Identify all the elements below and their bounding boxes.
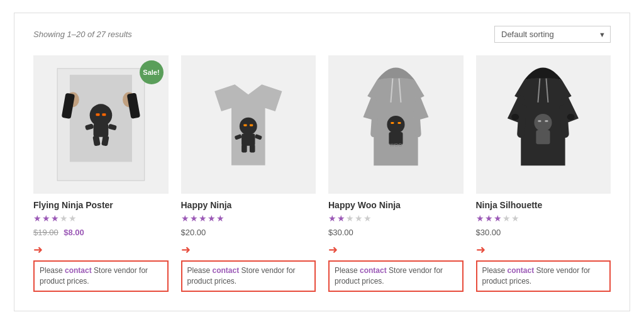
- svg-point-15: [240, 117, 257, 135]
- product-card-2: Happy Ninja ★ ★ ★ ★ ★ $20.00 ➜ Please co…: [181, 55, 316, 292]
- svg-point-32: [535, 114, 552, 131]
- contact-pre-4: Please: [482, 266, 508, 275]
- star-3-1: ★: [328, 213, 336, 223]
- star-1-4: ★: [60, 213, 68, 223]
- product-image-1[interactable]: Sale!: [33, 55, 169, 194]
- star-1-5: ★: [69, 213, 77, 223]
- sort-wrapper: Default sorting Sort by popularity Sort …: [494, 26, 611, 43]
- product-card-4: Ninja Silhouette ★ ★ ★ ★ ★ $30.00 ➜ Plea…: [476, 55, 611, 292]
- product-title-3[interactable]: Happy Woo Ninja: [328, 200, 464, 210]
- star-3-3: ★: [346, 213, 354, 223]
- svg-rect-18: [250, 124, 253, 126]
- price-wrapper-2: $20.00: [181, 226, 316, 238]
- star-4-3: ★: [494, 213, 502, 223]
- arrow-icon-2: ➜: [181, 243, 191, 257]
- star-3-5: ★: [364, 213, 372, 223]
- svg-rect-34: [538, 120, 541, 122]
- svg-rect-35: [545, 120, 548, 122]
- arrow-icon-3: ➜: [328, 243, 338, 257]
- contact-link-4[interactable]: contact: [508, 266, 535, 275]
- arrow-icon-4: ➜: [476, 243, 486, 257]
- product-info-2: Happy Ninja ★ ★ ★ ★ ★ $20.00 ➜ Please co…: [181, 200, 316, 292]
- product-card-1: Sale!: [33, 55, 169, 292]
- star-1-1: ★: [33, 213, 42, 223]
- price-regular-2: $20.00: [181, 228, 206, 237]
- svg-rect-33: [536, 130, 550, 144]
- price-wrapper-4: $30.00: [476, 226, 611, 238]
- stars-3: ★ ★ ★ ★ ★: [328, 213, 464, 223]
- product-image-svg-2: [194, 66, 303, 184]
- contact-link-2[interactable]: contact: [213, 266, 240, 275]
- svg-point-25: [387, 116, 404, 133]
- product-info-3: Happy Woo Ninja ★ ★ ★ ★ ★ $30.00 ➜ Pleas…: [328, 200, 464, 292]
- star-2-3: ★: [199, 213, 207, 223]
- product-image-2[interactable]: [181, 55, 316, 194]
- svg-rect-22: [250, 144, 255, 152]
- price-regular-3: $30.00: [328, 228, 353, 237]
- svg-rect-16: [242, 133, 255, 145]
- product-image-3[interactable]: WOO: [328, 55, 464, 194]
- product-title-1[interactable]: Flying Ninja Poster: [33, 200, 169, 210]
- price-wrapper-3: $30.00: [328, 226, 464, 238]
- svg-rect-21: [242, 144, 247, 152]
- price-regular-4: $30.00: [476, 228, 501, 237]
- product-card-3: WOO Happy Woo Ninja ★ ★ ★ ★ ★ $30.00 ➜: [328, 55, 464, 292]
- product-info-4: Ninja Silhouette ★ ★ ★ ★ ★ $30.00 ➜ Plea…: [476, 200, 611, 292]
- star-1-3: ★: [51, 213, 59, 223]
- contact-link-3[interactable]: contact: [360, 266, 387, 275]
- star-4-5: ★: [511, 213, 519, 223]
- product-image-svg-3: WOO: [345, 62, 447, 187]
- product-image-4[interactable]: [476, 55, 611, 194]
- star-2-5: ★: [216, 213, 225, 223]
- star-2-4: ★: [208, 213, 216, 223]
- star-3-2: ★: [337, 213, 345, 223]
- svg-point-36: [511, 114, 519, 120]
- svg-rect-5: [102, 113, 106, 116]
- results-count: Showing 1–20 of 27 results: [33, 30, 132, 39]
- svg-point-37: [567, 114, 575, 120]
- price-original-1: $19.00: [33, 228, 58, 237]
- stars-4: ★ ★ ★ ★ ★: [476, 213, 611, 223]
- svg-rect-4: [96, 113, 99, 116]
- stars-2: ★ ★ ★ ★ ★: [181, 213, 316, 223]
- star-4-2: ★: [485, 213, 493, 223]
- product-title-4[interactable]: Ninja Silhouette: [476, 200, 611, 210]
- contact-box-4: Please contact Store vendor for product …: [476, 260, 611, 292]
- contact-link-1[interactable]: contact: [65, 266, 92, 275]
- contact-box-2: Please contact Store vendor for product …: [181, 260, 316, 292]
- star-1-2: ★: [42, 213, 50, 223]
- product-image-svg-4: [492, 62, 594, 187]
- star-4-1: ★: [476, 213, 484, 223]
- arrow-icon-1: ➜: [33, 243, 43, 257]
- star-2-2: ★: [190, 213, 198, 223]
- contact-pre-1: Please: [40, 266, 65, 275]
- contact-box-3: Please contact Store vendor for product …: [328, 260, 464, 292]
- svg-text:WOO: WOO: [389, 142, 402, 148]
- sale-badge-1: Sale!: [140, 60, 164, 84]
- product-title-2[interactable]: Happy Ninja: [181, 200, 316, 210]
- svg-rect-28: [397, 122, 401, 124]
- svg-rect-27: [391, 122, 394, 124]
- star-4-4: ★: [502, 213, 511, 223]
- product-info-1: Flying Ninja Poster ★ ★ ★ ★ ★ $19.00 $8.…: [33, 200, 169, 292]
- products-grid: Sale!: [33, 55, 611, 292]
- price-current-1: $8.00: [64, 228, 84, 237]
- star-3-4: ★: [355, 213, 363, 223]
- price-wrapper-1: $19.00 $8.00: [33, 226, 169, 238]
- star-2-1: ★: [181, 213, 189, 223]
- contact-pre-3: Please: [335, 266, 360, 275]
- toolbar: Showing 1–20 of 27 results Default sorti…: [33, 26, 611, 43]
- sort-select[interactable]: Default sorting Sort by popularity Sort …: [494, 26, 611, 43]
- product-image-svg-1: [50, 62, 152, 187]
- svg-rect-3: [93, 123, 108, 137]
- svg-point-2: [89, 104, 112, 126]
- svg-rect-17: [243, 124, 247, 126]
- contact-box-1: Please contact Store vendor for product …: [33, 260, 169, 292]
- contact-pre-2: Please: [187, 266, 213, 275]
- page-wrapper: Showing 1–20 of 27 results Default sorti…: [14, 13, 630, 311]
- stars-1: ★ ★ ★ ★ ★: [33, 213, 169, 223]
